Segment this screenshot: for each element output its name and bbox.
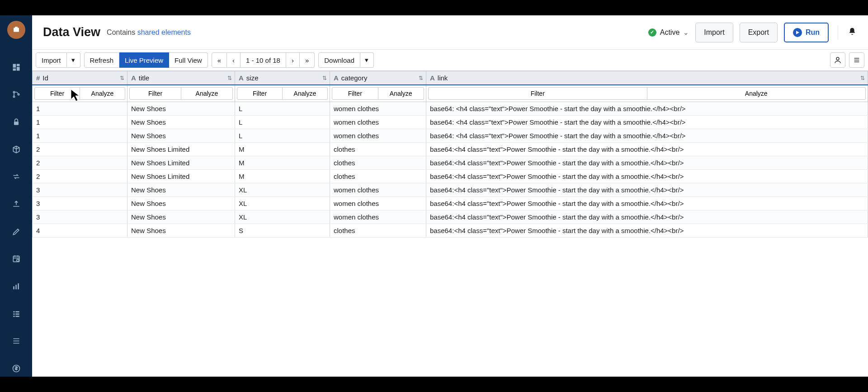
cell-link: base64:<h4 class="text">Power Smoothie -… (426, 143, 868, 156)
table-row[interactable]: 1New ShoesLwomen clothesbase64: <h4 clas… (33, 116, 868, 129)
column-header-title[interactable]: Atitle⇅ (127, 71, 235, 85)
column-header-category[interactable]: Acategory⇅ (330, 71, 426, 85)
svg-point-7 (13, 96, 14, 98)
nav-chart-icon[interactable] (8, 278, 24, 294)
cell-size: M (235, 143, 330, 156)
nav-dollar-icon[interactable] (8, 360, 24, 377)
sort-icon: ⇅ (120, 75, 124, 81)
analyze-button-category[interactable]: Analyze (378, 87, 425, 100)
table-row[interactable]: 2New Shoes LimitedMclothesbase64:<h4 cla… (33, 143, 868, 156)
filter-button-Id[interactable]: Filter (34, 87, 80, 100)
cell-size: M (235, 156, 330, 170)
download-menu[interactable]: ▾ (360, 52, 374, 68)
nav-schedule-icon[interactable] (8, 251, 24, 267)
table-row[interactable]: 4New ShoesSclothesbase64:<h4 class="text… (33, 224, 868, 238)
cell-id: 2 (33, 170, 127, 183)
cell-category: clothes (330, 224, 426, 238)
svg-rect-5 (13, 68, 16, 70)
nav-dashboard-icon[interactable] (8, 59, 24, 75)
svg-rect-16 (15, 311, 19, 313)
hamburger-icon-button[interactable] (849, 52, 864, 68)
header-export-button[interactable]: Export (740, 23, 778, 42)
cell-title: New Shoes Limited (127, 143, 235, 156)
nav-swap-icon[interactable] (8, 168, 24, 185)
status-dropdown[interactable]: ✓ Active ⌄ (648, 28, 689, 37)
svg-rect-0 (14, 28, 19, 32)
table-row[interactable]: 3New ShoesXLwomen clothesbase64:<h4 clas… (33, 183, 868, 197)
text-type-icon: A (131, 74, 136, 82)
page-next-button[interactable]: › (286, 52, 300, 68)
analyze-button-size[interactable]: Analyze (283, 87, 328, 100)
header-import-button[interactable]: Import (695, 23, 733, 42)
filter-button-title[interactable]: Filter (129, 87, 181, 100)
nav-cube-icon[interactable] (8, 141, 24, 158)
page-prev-button[interactable]: ‹ (227, 52, 241, 68)
page-last-button[interactable]: » (300, 52, 315, 68)
svg-rect-4 (16, 67, 19, 70)
cell-id: 2 (33, 156, 127, 170)
column-header-link[interactable]: Alink⇅ (426, 71, 868, 85)
table-row[interactable]: 2New Shoes LimitedMclothesbase64:<h4 cla… (33, 156, 868, 170)
table-row[interactable]: 1New ShoesLwomen clothesbase64: <h4 clas… (33, 102, 868, 116)
user-icon-button[interactable] (830, 52, 845, 68)
svg-rect-18 (15, 313, 19, 315)
nav-lock-icon[interactable] (8, 114, 24, 130)
nav-edit-icon[interactable] (8, 224, 24, 240)
sort-icon: ⇅ (860, 75, 865, 81)
download-button[interactable]: Download (318, 52, 360, 68)
svg-rect-13 (15, 285, 17, 289)
page-first-button[interactable]: « (212, 52, 227, 68)
full-view-tab[interactable]: Full View (169, 52, 208, 68)
svg-rect-12 (13, 286, 14, 289)
run-button[interactable]: Run (784, 23, 829, 42)
notifications-icon[interactable] (847, 27, 857, 38)
svg-rect-3 (16, 64, 19, 66)
table-row[interactable]: 1New ShoesLwomen clothesbase64: <h4 clas… (33, 129, 868, 143)
cell-id: 1 (33, 129, 127, 143)
analyze-button-Id[interactable]: Analyze (80, 87, 125, 100)
live-preview-tab[interactable]: Live Preview (119, 52, 169, 68)
analyze-button-link[interactable]: Analyze (647, 87, 866, 100)
filter-button-size[interactable]: Filter (237, 87, 283, 100)
svg-point-8 (18, 94, 19, 95)
cell-size: L (235, 129, 330, 143)
svg-rect-15 (13, 311, 14, 313)
shared-elements-link[interactable]: shared elements (137, 28, 191, 36)
refresh-button[interactable]: Refresh (84, 52, 120, 68)
cell-link: base64: <h4 class="text">Power Smoothie … (426, 129, 868, 143)
analyze-button-title[interactable]: Analyze (181, 87, 233, 100)
nav-upload-icon[interactable] (8, 196, 24, 212)
nav-branch-icon[interactable] (8, 86, 24, 103)
data-grid: #Id⇅Atitle⇅Asize⇅Acategory⇅Alink⇅ Filter… (32, 70, 868, 377)
cell-size: XL (235, 197, 330, 210)
cell-title: New Shoes (127, 183, 235, 197)
cell-size: XL (235, 210, 330, 224)
cell-id: 4 (33, 224, 127, 238)
cell-title: New Shoes Limited (127, 170, 235, 183)
nav-menu-icon[interactable] (8, 333, 24, 350)
cell-id: 1 (33, 102, 127, 116)
nav-list-icon[interactable] (8, 306, 24, 322)
filter-button-category[interactable]: Filter (332, 87, 378, 100)
status-check-icon: ✓ (648, 28, 656, 37)
cell-id: 3 (33, 197, 127, 210)
svg-rect-9 (14, 121, 19, 125)
toolbar-import-button[interactable]: Import (36, 52, 67, 68)
cell-title: New Shoes (127, 210, 235, 224)
cell-size: L (235, 116, 330, 129)
column-header-Id[interactable]: #Id⇅ (33, 71, 127, 85)
filter-button-link[interactable]: Filter (428, 87, 647, 100)
cell-id: 3 (33, 183, 127, 197)
table-row[interactable]: 2New Shoes LimitedMclothesbase64:<h4 cla… (33, 170, 868, 183)
app-logo[interactable] (7, 21, 25, 39)
cell-link: base64:<h4 class="text">Power Smoothie -… (426, 183, 868, 197)
cell-category: women clothes (330, 183, 426, 197)
sort-icon: ⇅ (322, 75, 327, 81)
table-row[interactable]: 3New ShoesXLwomen clothesbase64:<h4 clas… (33, 210, 868, 224)
page-title: Data View (43, 25, 100, 39)
table-row[interactable]: 3New ShoesXLwomen clothesbase64:<h4 clas… (33, 197, 868, 210)
toolbar-import-menu[interactable]: ▾ (67, 52, 80, 68)
column-header-size[interactable]: Asize⇅ (235, 71, 330, 85)
cell-link: base64: <h4 class="text">Power Smoothie … (426, 102, 868, 116)
cell-size: S (235, 224, 330, 238)
